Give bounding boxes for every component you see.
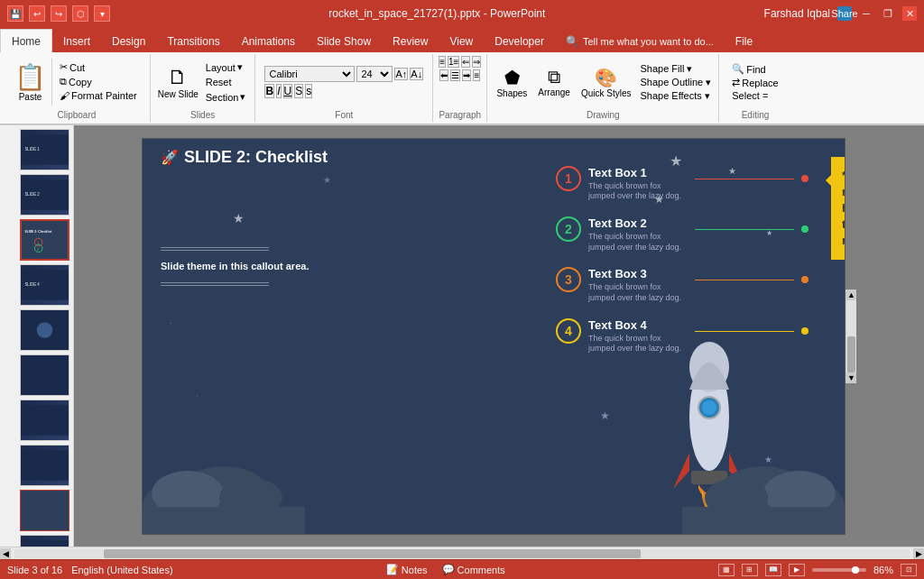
shadow-button[interactable]: s: [305, 84, 312, 98]
cut-button[interactable]: ✂ Cut: [56, 60, 141, 74]
right-scrollbar[interactable]: ▲ ▼: [845, 290, 856, 383]
font-family-select[interactable]: Calibri: [264, 66, 355, 82]
restore-button[interactable]: ❐: [881, 6, 895, 21]
tab-home[interactable]: Home: [0, 29, 52, 52]
arrange-button[interactable]: ⧉ Arrange: [534, 65, 574, 99]
quick-styles-icon: 🎨: [595, 67, 617, 88]
decrease-indent-button[interactable]: ⇐: [461, 56, 470, 68]
check-line-3: [695, 280, 794, 280]
scroll-up-button[interactable]: ▲: [846, 290, 856, 300]
more-icon[interactable]: ▾: [94, 5, 110, 22]
redo-icon[interactable]: ↪: [51, 5, 67, 22]
slide-thumb-8[interactable]: 8: [20, 445, 69, 486]
tab-insert[interactable]: Insert: [52, 31, 101, 52]
slide-thumb-10[interactable]: 10: [20, 535, 69, 547]
h-scroll-track[interactable]: [14, 549, 910, 558]
star-7: ·: [170, 319, 171, 327]
scroll-down-button[interactable]: ▼: [846, 372, 856, 383]
font-shrink-button[interactable]: A↓: [410, 68, 423, 80]
ribbon: Home Insert Design Transitions Animation…: [0, 27, 924, 125]
notes-button[interactable]: 📝 Notes: [383, 563, 431, 576]
scroll-left-button[interactable]: ◀: [0, 548, 11, 559]
align-left-button[interactable]: ⬅: [439, 69, 448, 81]
underline-button[interactable]: U: [283, 84, 293, 98]
customize-icon[interactable]: ⬡: [72, 5, 88, 22]
horizontal-scrollbar[interactable]: ◀ ▶: [0, 547, 924, 559]
svg-point-13: [37, 322, 53, 338]
align-right-button[interactable]: ➡: [462, 69, 471, 81]
scroll-right-button[interactable]: ▶: [913, 548, 924, 559]
format-painter-button[interactable]: 🖌 Format Painter: [56, 89, 141, 102]
slide-thumb-3[interactable]: 3 SLIDE 2: Checklist 1 2: [20, 219, 69, 261]
reading-view-button[interactable]: 📖: [765, 564, 781, 576]
align-center-button[interactable]: ☰: [450, 69, 460, 81]
layout-button[interactable]: Layout ▾: [202, 60, 250, 74]
slide-thumb-1[interactable]: 1 SLIDE 1: [20, 129, 69, 170]
tab-developer[interactable]: Developer: [484, 31, 555, 52]
increase-indent-button[interactable]: ⇒: [472, 56, 481, 68]
normal-view-button[interactable]: ▦: [718, 564, 735, 576]
search-box[interactable]: 🔍 Tell me what you want to do...: [555, 31, 725, 52]
paragraph-label: Paragraph: [439, 108, 481, 120]
undo-icon[interactable]: ↩: [29, 5, 45, 22]
check-dot-3: [801, 276, 808, 283]
slide-thumb-5[interactable]: 5: [20, 309, 69, 351]
rocket-title-icon: 🚀: [161, 149, 179, 166]
quick-styles-button[interactable]: 🎨 Quick Styles: [578, 65, 635, 100]
slide-canvas[interactable]: ★ ★ ★ ★ ★ ★ · · ★ ★ 🚀 SLIDE 2: Checklist…: [142, 138, 845, 535]
tab-file[interactable]: File: [725, 31, 763, 52]
tab-design[interactable]: Design: [101, 31, 156, 52]
slideshow-button[interactable]: ▶: [789, 564, 805, 576]
shapes-button[interactable]: ⬟ Shapes: [493, 65, 531, 100]
bold-button[interactable]: B: [264, 84, 274, 98]
title-bar-right: Farshad Iqbal Share ─ ❐ ✕: [764, 6, 917, 21]
shape-outline-button[interactable]: Shape Outline ▾: [639, 76, 714, 89]
slide-count: Slide 3 of 16: [7, 565, 62, 575]
h-scroll-thumb[interactable]: [104, 549, 641, 558]
italic-button[interactable]: I: [276, 84, 281, 98]
share-button[interactable]: Share: [837, 6, 852, 21]
save-icon[interactable]: 💾: [7, 5, 23, 22]
strikethrough-button[interactable]: S: [294, 84, 303, 98]
slide-thumb-4[interactable]: 4 SLIDE 4: [20, 264, 69, 306]
justify-button[interactable]: ≡: [473, 69, 480, 81]
bullets-button[interactable]: ≡: [439, 56, 446, 68]
tab-transitions[interactable]: Transitions: [156, 31, 230, 52]
tab-slideshow[interactable]: Slide Show: [306, 31, 382, 52]
tab-animations[interactable]: Animations: [231, 31, 306, 52]
comments-icon: 💬: [442, 564, 455, 575]
zoom-slider[interactable]: [812, 568, 866, 572]
shape-fill-button[interactable]: Shape Fill ▾: [639, 62, 714, 76]
replace-button[interactable]: ⇄ Replace: [728, 76, 781, 89]
close-button[interactable]: ✕: [902, 6, 917, 21]
new-slide-button[interactable]: 🗋 New Slide: [156, 64, 200, 101]
select-button[interactable]: Select =: [728, 89, 781, 102]
reset-button[interactable]: Reset: [202, 76, 250, 88]
find-button[interactable]: 🔍 Find: [728, 62, 781, 76]
slide-thumb-6[interactable]: 6: [20, 354, 69, 396]
scrollbar-thumb[interactable]: [847, 336, 855, 372]
slide-thumb-7[interactable]: 7: [20, 400, 69, 441]
main-area: 1 SLIDE 1 2 SLIDE 2 3 SLIDE 2: Checklist…: [0, 125, 924, 547]
check-desc-2: The quick brown fox jumped over the lazy…: [588, 232, 688, 253]
shape-effects-button[interactable]: Shape Effects ▾: [639, 89, 714, 103]
clipboard-group: 📋 Paste ✂ Cut ⧉ Copy 🖌 Format Painter Cl…: [4, 54, 151, 122]
section-button[interactable]: Section ▾: [202, 90, 250, 104]
drawing-label: Drawing: [587, 108, 620, 120]
tab-review[interactable]: Review: [382, 31, 439, 52]
star-5: ★: [233, 211, 245, 225]
minimize-button[interactable]: ─: [859, 6, 873, 21]
tab-view[interactable]: View: [439, 31, 484, 52]
comments-button[interactable]: 💬 Comments: [439, 563, 509, 576]
copy-button[interactable]: ⧉ Copy: [56, 75, 141, 88]
paste-button[interactable]: 📋 Paste: [9, 59, 52, 106]
slide-sorter-button[interactable]: ⊞: [742, 564, 758, 576]
slide-thumb-2[interactable]: 2 SLIDE 2: [20, 174, 69, 216]
slide-thumb-9[interactable]: 9: [20, 490, 69, 531]
font-size-select[interactable]: 24: [356, 66, 393, 82]
svg-rect-17: [21, 495, 69, 526]
font-grow-button[interactable]: A↑: [394, 68, 408, 80]
numbering-button[interactable]: 1≡: [448, 56, 459, 68]
status-left: Slide 3 of 16 English (United States): [7, 565, 173, 575]
fit-slide-button[interactable]: ⊡: [901, 564, 917, 576]
